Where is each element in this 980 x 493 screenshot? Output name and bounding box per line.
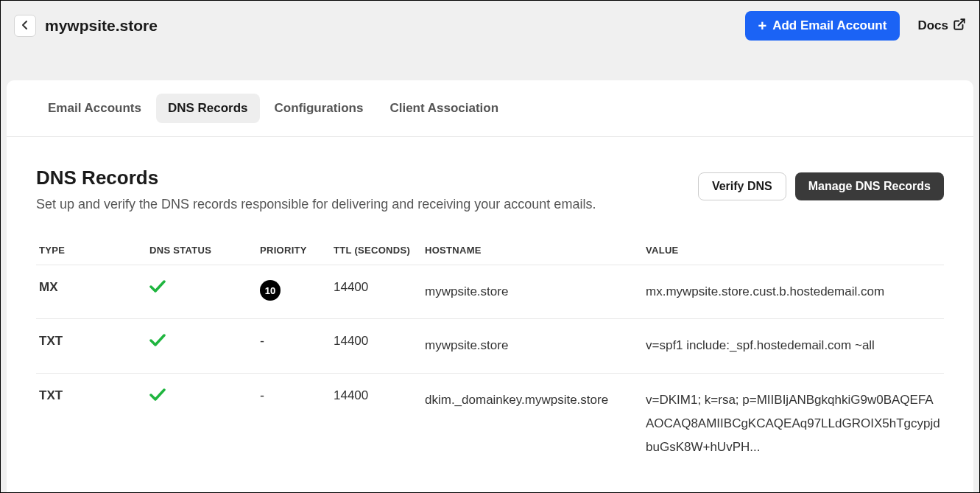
- table-row: MX1014400mywpsite.storemx.mywpsite.store…: [36, 265, 944, 319]
- add-email-label: Add Email Account: [772, 18, 886, 33]
- cell-ttl: 14400: [331, 265, 422, 319]
- cell-priority: -: [257, 373, 331, 474]
- tabs: Email Accounts DNS Records Configuration…: [7, 80, 973, 137]
- th-value: VALUE: [643, 236, 944, 265]
- section-actions: Verify DNS Manage DNS Records: [698, 172, 944, 200]
- cell-value: v=spf1 include:_spf.hostedemail.com ~all: [643, 319, 944, 373]
- section-header: DNS Records Set up and verify the DNS re…: [36, 167, 944, 212]
- tab-email-accounts[interactable]: Email Accounts: [36, 94, 153, 123]
- cell-ttl: 14400: [331, 373, 422, 474]
- priority-dash: -: [260, 388, 264, 403]
- check-icon: [149, 336, 166, 350]
- section-titles: DNS Records Set up and verify the DNS re…: [36, 167, 596, 212]
- priority-dash: -: [260, 334, 264, 349]
- cell-hostname: mywpsite.store: [422, 319, 643, 373]
- section-description: Set up and verify the DNS records respon…: [36, 197, 596, 212]
- docs-label: Docs: [917, 18, 948, 33]
- priority-badge: 10: [260, 280, 281, 301]
- main-card: Email Accounts DNS Records Configuration…: [7, 80, 973, 493]
- external-link-icon: [953, 18, 966, 35]
- plus-icon: +: [758, 18, 767, 33]
- th-ttl: TTL (SECONDS): [331, 236, 422, 265]
- cell-value: v=DKIM1; k=rsa; p=MIIBIjANBgkqhkiG9w0BAQ…: [643, 373, 944, 474]
- th-priority: PRIORITY: [257, 236, 331, 265]
- chevron-left-icon: [22, 20, 28, 32]
- header-left: mywpsite.store: [14, 15, 158, 37]
- tab-client-association[interactable]: Client Association: [378, 94, 510, 123]
- table-row: TXT-14400mywpsite.storev=spf1 include:_s…: [36, 319, 944, 373]
- section-title: DNS Records: [36, 167, 596, 189]
- add-email-account-button[interactable]: + Add Email Account: [745, 11, 900, 41]
- back-button[interactable]: [14, 15, 36, 37]
- check-icon: [149, 282, 166, 296]
- cell-type: TXT: [36, 373, 147, 474]
- cell-priority: -: [257, 319, 331, 373]
- th-status: DNS STATUS: [147, 236, 257, 265]
- site-title: mywpsite.store: [45, 17, 158, 35]
- content: DNS Records Set up and verify the DNS re…: [7, 137, 973, 474]
- cell-status: [147, 319, 257, 373]
- page-header: mywpsite.store + Add Email Account Docs: [1, 1, 979, 51]
- header-right: + Add Email Account Docs: [745, 11, 966, 41]
- cell-priority: 10: [257, 265, 331, 319]
- cell-hostname: mywpsite.store: [422, 265, 643, 319]
- manage-dns-records-button[interactable]: Manage DNS Records: [795, 172, 944, 200]
- tab-dns-records[interactable]: DNS Records: [156, 94, 260, 123]
- th-type: TYPE: [36, 236, 147, 265]
- cell-status: [147, 265, 257, 319]
- table-header-row: TYPE DNS STATUS PRIORITY TTL (SECONDS) H…: [36, 236, 944, 265]
- docs-link[interactable]: Docs: [917, 18, 966, 35]
- cell-type: TXT: [36, 319, 147, 373]
- svg-line-0: [959, 19, 965, 25]
- cell-value: mx.mywpsite.store.cust.b.hostedemail.com: [643, 265, 944, 319]
- th-hostname: HOSTNAME: [422, 236, 643, 265]
- tab-configurations[interactable]: Configurations: [263, 94, 376, 123]
- cell-ttl: 14400: [331, 319, 422, 373]
- cell-hostname: dkim._domainkey.mywpsite.store: [422, 373, 643, 474]
- dns-records-table: TYPE DNS STATUS PRIORITY TTL (SECONDS) H…: [36, 236, 944, 474]
- table-row: TXT-14400dkim._domainkey.mywpsite.storev…: [36, 373, 944, 474]
- cell-type: MX: [36, 265, 147, 319]
- verify-dns-button[interactable]: Verify DNS: [698, 172, 786, 200]
- cell-status: [147, 373, 257, 474]
- check-icon: [149, 391, 166, 405]
